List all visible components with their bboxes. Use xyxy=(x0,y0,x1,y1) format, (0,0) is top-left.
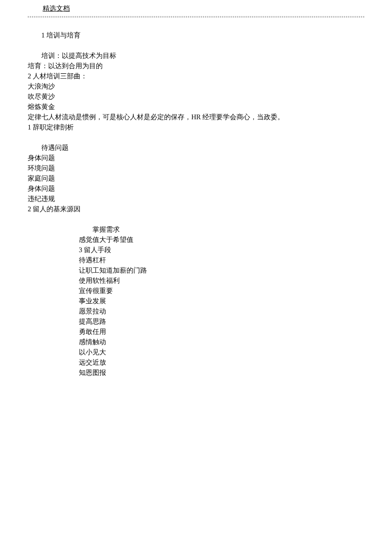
text-line: 定律七人材流动是惯例，可是核心人材是必定的保存，HR 经理要学会商心，当政委。 xyxy=(28,112,364,122)
text-line: 大浪淘沙 xyxy=(28,81,364,92)
text-line: 宣传很重要 xyxy=(79,286,364,296)
text-line: 1 辞职定律剖析 xyxy=(28,122,364,132)
section-heading: 待遇问题 xyxy=(28,143,364,153)
text-line: 以小见大 xyxy=(79,347,364,357)
indented-block: 掌握需求 感觉值大于希望值 3 留人手段 待遇杠杆 让职工知道加薪的门路 使用软… xyxy=(28,224,364,378)
section-heading: 1 培训与培育 xyxy=(28,30,364,40)
text-line: 2 人材培训三部曲： xyxy=(28,71,364,81)
text-line: 环境问题 xyxy=(28,163,364,173)
text-line: 违纪违规 xyxy=(28,194,364,204)
spacer xyxy=(28,40,364,51)
text-line: 身体问题 xyxy=(28,153,364,163)
text-line: 事业发展 xyxy=(79,296,364,306)
header-title: 精选文档 xyxy=(43,5,70,12)
document-header: 精选文档 xyxy=(0,0,392,15)
text-line: 2 留人的基来源因 xyxy=(28,204,364,214)
spacer xyxy=(28,132,364,143)
text-line: 让职工知道加薪的门路 xyxy=(79,265,364,276)
spacer xyxy=(28,214,364,224)
text-line: 感情触动 xyxy=(79,337,364,347)
text-line: 提高思路 xyxy=(79,316,364,327)
text-line: 知恩图报 xyxy=(79,368,364,378)
document-page: 精选文档 1 培训与培育 培训：以提高技术为目标 培育：以达到合用为目的 2 人… xyxy=(0,0,392,378)
document-content: 1 培训与培育 培训：以提高技术为目标 培育：以达到合用为目的 2 人材培训三部… xyxy=(0,17,392,378)
divider-line xyxy=(28,16,364,17)
text-line: 远交近放 xyxy=(79,357,364,368)
section-heading: 掌握需求 xyxy=(79,224,364,235)
text-line: 培训：以提高技术为目标 xyxy=(28,51,364,61)
text-line: 3 留人手段 xyxy=(79,245,364,255)
text-line: 感觉值大于希望值 xyxy=(79,235,364,245)
text-line: 家庭问题 xyxy=(28,173,364,184)
text-line: 身体问题 xyxy=(28,184,364,194)
text-line: 愿景拉动 xyxy=(79,306,364,316)
text-line: 使用软性福利 xyxy=(79,276,364,286)
text-line: 勇敢任用 xyxy=(79,327,364,337)
text-line: 吹尽黄沙 xyxy=(28,92,364,102)
text-line: 熔炼黄金 xyxy=(28,102,364,112)
text-line: 培育：以达到合用为目的 xyxy=(28,61,364,71)
text-line: 待遇杠杆 xyxy=(79,255,364,265)
